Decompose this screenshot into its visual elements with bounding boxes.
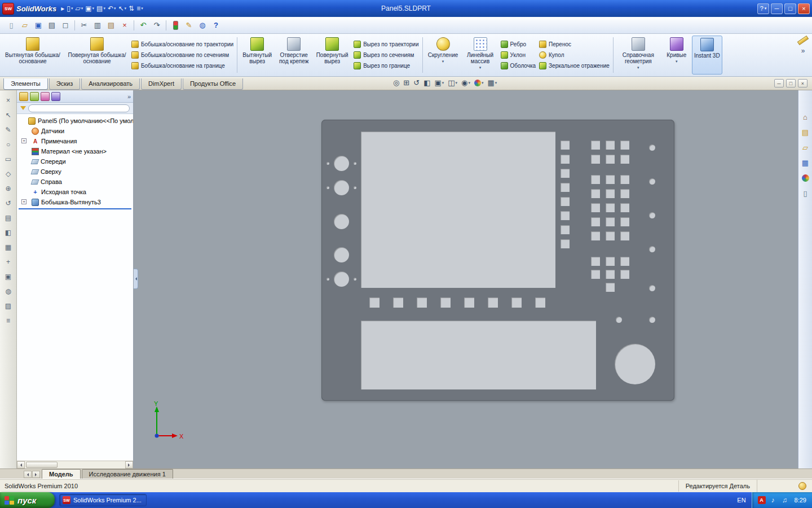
expand-plus-icon[interactable]: + (21, 138, 27, 143)
redo-icon[interactable]: ↷ (151, 19, 163, 32)
tree-item-annotations[interactable]: +AПримечания (17, 136, 133, 146)
filter-clear-icon[interactable]: × (3, 95, 14, 106)
doc-close-button[interactable]: × (798, 79, 807, 87)
curves-button[interactable]: Кривые▾ (661, 36, 692, 75)
boundary-cut-button[interactable]: Вырез по границе (354, 61, 418, 71)
cut-icon[interactable]: ✂ (78, 19, 90, 32)
dome-button[interactable]: Купол (539, 50, 610, 60)
undo-icon[interactable]: ↶▾ (108, 5, 116, 12)
dock-menu-icon[interactable]: ≡ (3, 315, 14, 326)
view-orientation-icon[interactable]: ▣▾ (433, 78, 445, 87)
filter-faces-icon[interactable]: ◇ (3, 168, 14, 179)
apply-scene-icon[interactable]: ▦▾ (486, 78, 498, 87)
section-view-icon[interactable]: ◧ (422, 78, 431, 87)
lofted-cut-button[interactable]: Вырез по сечениям (354, 50, 418, 60)
tree-item-panel5[interactable]: Panel5 (По умолчанию<<По умолча (17, 116, 133, 126)
tab-features[interactable]: Элементы (3, 78, 48, 90)
view-palette-icon[interactable]: ▦ (800, 157, 811, 168)
scrollbar-thumb[interactable] (26, 462, 58, 468)
design-library-icon[interactable]: ▤ (800, 126, 811, 138)
filter-edges-icon[interactable]: ▭ (3, 154, 14, 165)
tree-item-front-plane[interactable]: Спереди (17, 156, 133, 167)
filter-sphere-icon[interactable]: ◍ (3, 286, 14, 297)
help-indicator-icon[interactable] (798, 482, 806, 490)
featuremanager-tab-icon[interactable] (19, 92, 28, 101)
tree-item-right-plane[interactable]: Справа (17, 177, 133, 187)
filter-points-icon[interactable]: ⊕ (3, 183, 14, 194)
ribbon-overflow-icon[interactable]: » (801, 47, 805, 55)
filter-mesh-icon[interactable]: ▦ (3, 242, 14, 253)
extruded-boss-base-button[interactable]: Вытянутая бобышка/основание (1, 36, 64, 75)
doc-restore-button[interactable]: □ (786, 79, 796, 87)
filter-vertices-icon[interactable]: ○ (3, 139, 14, 150)
filter-axis-icon[interactable]: + (3, 256, 14, 268)
ati-tray-icon[interactable]: A (758, 496, 766, 504)
panel-overflow-icon[interactable]: » (127, 93, 131, 100)
move-face-button[interactable]: Перенос (539, 40, 610, 50)
filter-hatch-icon[interactable]: ▨ (3, 300, 14, 312)
zoom-area-icon[interactable]: ⊞ (402, 78, 411, 87)
dimxpertmanager-tab-icon[interactable] (51, 92, 60, 101)
filter-solid-icon[interactable]: ▣ (3, 271, 14, 282)
print-preview-icon[interactable]: ◻ (59, 19, 72, 32)
scroll-right-icon[interactable] (125, 461, 133, 468)
save-icon[interactable]: ▣ (32, 19, 45, 32)
revolved-cut-button[interactable]: Повернутый вырез (312, 36, 352, 75)
options-icon[interactable]: ≡▾ (136, 5, 143, 12)
delete-icon[interactable]: × (118, 19, 131, 32)
ruler-icon[interactable] (797, 36, 809, 45)
doc-tab-motion-study[interactable]: Исследование движения 1 (82, 469, 173, 479)
tab-sketch[interactable]: Эскиз (49, 78, 80, 90)
previous-view-icon[interactable]: ↺ (412, 78, 421, 87)
filter-surface-icon[interactable]: ▤ (3, 212, 14, 224)
hide-show-items-icon[interactable]: ◉▾ (460, 78, 471, 87)
swept-cut-button[interactable]: Вырез по траектории (354, 40, 418, 50)
graphics-area[interactable]: Y X (134, 90, 798, 468)
extruded-cut-button[interactable]: Вытянутый вырез (239, 36, 275, 75)
rebuild-icon[interactable]: ⇅ (129, 5, 134, 12)
undo-icon[interactable]: ↶ (137, 19, 149, 32)
scrollbar-track[interactable] (25, 461, 125, 468)
doc-minimize-button[interactable]: ─ (774, 79, 784, 87)
filter-input[interactable] (28, 104, 130, 112)
revolved-boss-base-button[interactable]: Повернутая бобышка/основание (64, 36, 130, 75)
display-style-icon[interactable]: ◫▾ (447, 78, 458, 87)
start-button[interactable]: пуск (0, 492, 55, 508)
appearances-icon[interactable]: ● (800, 172, 811, 183)
language-indicator[interactable]: EN (731, 497, 751, 503)
configurationmanager-tab-icon[interactable] (41, 92, 50, 101)
tree-item-boss-extrude3[interactable]: +Бобышка-Вытянуть3 (17, 197, 133, 207)
tree-item-origin[interactable]: +Исходная точка (17, 187, 133, 197)
rebuild-icon[interactable]: ⇅ (169, 19, 182, 32)
part[interactable] (321, 120, 674, 401)
tree-item-material[interactable]: Материал <не указан> (17, 146, 133, 156)
dropdown-caret-icon[interactable]: ▾ (442, 59, 444, 64)
shell-button[interactable]: Оболочка (501, 61, 536, 71)
open-icon[interactable]: ▱ (19, 19, 31, 32)
rollback-bar[interactable] (19, 208, 131, 209)
linear-pattern-button[interactable]: Линейный массив▾ (462, 36, 499, 75)
tree-item-top-plane[interactable]: Сверху (17, 167, 133, 177)
paste-icon[interactable]: ▤ (105, 19, 117, 32)
scroll-left-icon[interactable] (17, 461, 25, 468)
help-menu-button[interactable]: ?▾ (757, 3, 769, 14)
dropdown-caret-icon[interactable]: ▾ (637, 65, 639, 70)
print-icon[interactable]: ▤ (46, 19, 58, 32)
save-icon[interactable]: ▣▾ (85, 5, 94, 12)
expand-plus-icon[interactable]: + (21, 199, 27, 204)
swept-boss-base-button[interactable]: Бобышка/основание по траектории (131, 40, 233, 50)
tab-scroll-right-icon[interactable] (32, 471, 40, 478)
help-icon[interactable]: ? (210, 19, 222, 32)
open-icon[interactable]: ▱▾ (75, 5, 83, 12)
doc-tab-model[interactable]: Модель (42, 469, 81, 479)
tab-evaluate[interactable]: Анализировать (81, 78, 140, 90)
new-document-icon[interactable]: ▯▾ (67, 5, 73, 12)
sketch-pencil-icon[interactable]: ✎ (3, 124, 14, 135)
panel-splitter-handle[interactable] (134, 269, 138, 289)
select-arrow-icon[interactable]: ↖ (3, 110, 14, 121)
copy-icon[interactable]: ▥ (91, 19, 104, 32)
propertymanager-tab-icon[interactable] (30, 92, 39, 101)
sketch-icon[interactable]: ✎ (183, 19, 195, 32)
custom-properties-icon[interactable]: ▯ (800, 187, 811, 199)
reference-geometry-button[interactable]: Справочная геометрия▾ (615, 36, 661, 75)
